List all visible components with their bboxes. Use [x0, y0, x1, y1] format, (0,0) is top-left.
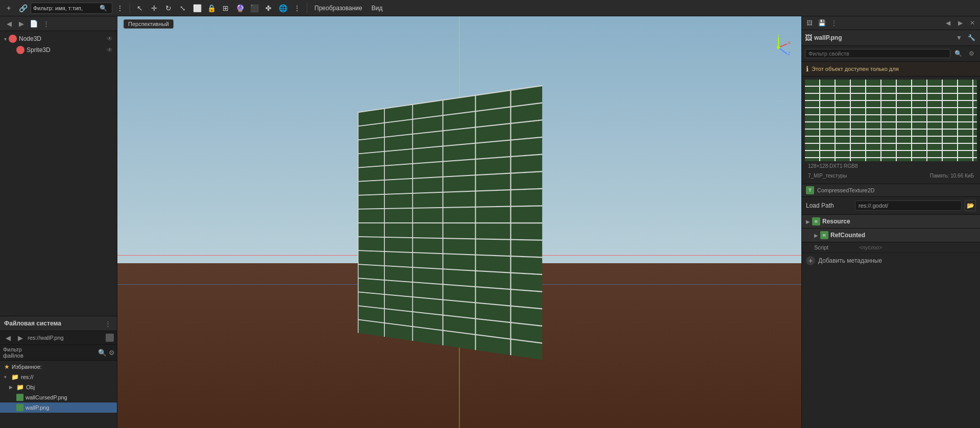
scale-tool-button[interactable]: ⤡ — [176, 2, 189, 15]
refcounted-title: RefCounted — [830, 232, 865, 239]
file-filter-options-button[interactable]: ⚙ — [109, 347, 115, 358]
scene-new-button[interactable]: 📄 — [29, 18, 39, 29]
menu-dots-button[interactable]: ⋮ — [113, 2, 127, 15]
brick-wall — [358, 85, 542, 359]
sprite3d-label: Sprite3D — [27, 46, 105, 54]
transform-menu-button[interactable]: Преобразование — [310, 2, 366, 15]
add-button[interactable]: ＋ — [2, 2, 15, 15]
file-system-panel: Файловая система ⋮ ◀ ▶ res://wallP.png Ф… — [0, 316, 117, 428]
toolbar-separator-1 — [130, 3, 130, 13]
file-item-obj[interactable]: ▶ 📁 Obj — [0, 382, 117, 392]
move-tool-button[interactable]: ✛ — [148, 2, 161, 15]
scene-next-button[interactable]: ▶ — [16, 18, 27, 29]
file-filter-input[interactable] — [26, 349, 96, 356]
brick-pattern — [358, 85, 542, 359]
node3d-visibility-button[interactable]: 👁 — [107, 35, 113, 42]
texture-info: 128×128·DXT1·RGB8 — [805, 161, 977, 171]
view-menu-button[interactable]: Вид — [368, 2, 387, 15]
texture-mip-label: 7_MIP_текстуры — [808, 173, 847, 179]
load-path-input[interactable] — [855, 200, 962, 211]
inspector-content: ℹ Этот объект доступен только для 128×12… — [802, 62, 980, 428]
more-button[interactable]: ⋮ — [290, 2, 304, 15]
res-arrow: ▾ — [4, 374, 9, 380]
left-panel: ◀ ▶ 📄 ⋮ ▾ Node3D 👁 Sprite3D 👁 — [0, 16, 117, 428]
compressed-icon: T — [806, 186, 814, 194]
res-folder-icon: 📁 — [11, 373, 19, 381]
resource-section-icon: R — [812, 217, 820, 225]
res-label: res:// — [21, 374, 33, 380]
viewport-perspective-btn[interactable]: Перспективный — [124, 19, 174, 29]
section-refcounted-header[interactable]: ▶ R RefCounted — [802, 229, 980, 242]
file-item-wallcursed[interactable]: wallCursedP.png — [0, 392, 117, 402]
inspector-action-button[interactable]: 🔧 — [966, 32, 977, 43]
notice-icon: ℹ — [806, 65, 808, 73]
select-tool-button[interactable]: ↖ — [133, 2, 146, 15]
section-resource-header[interactable]: ▶ R Resource — [802, 215, 980, 229]
file-filter-search-button[interactable]: 🔍 — [98, 347, 107, 358]
inspector-filename: wallP.png — [814, 34, 951, 41]
inspector-header-buttons: ▼ 🔧 — [953, 32, 977, 43]
inspector-expand-button[interactable]: ▼ — [953, 32, 965, 43]
file-favorites-header: ★ Избранное: — [0, 362, 117, 372]
inspector-next-button[interactable]: ▶ — [954, 17, 966, 29]
file-filter-label: Фильтр файлов — [3, 346, 23, 359]
scene-menu-button[interactable]: ⋮ — [41, 18, 51, 29]
texture-preview-inner — [805, 80, 977, 161]
texture-mip-info: 7_MIP_текстуры Память: 10.66 КиБ — [805, 171, 977, 181]
refcounted-arrow: ▶ — [814, 233, 818, 238]
refcounted-icon: R — [820, 231, 828, 239]
main-area: ◀ ▶ 📄 ⋮ ▾ Node3D 👁 Sprite3D 👁 — [0, 16, 980, 428]
grid-button[interactable]: ⊞ — [219, 2, 232, 15]
wallp-label: wallP.png — [26, 405, 49, 411]
script-prop-label: Script — [814, 244, 855, 250]
inspector-scene-icon[interactable]: 🖼 — [804, 17, 815, 29]
file-back-button[interactable]: ◀ — [3, 333, 13, 343]
add-metadata-row[interactable]: + Добавить метаданные — [802, 253, 980, 268]
sprite3d-visibility-button[interactable]: 👁 — [107, 46, 113, 54]
file-system-menu-button[interactable]: ⋮ — [103, 318, 113, 329]
favorites-label: Избранное: — [12, 364, 42, 370]
file-forward-button[interactable]: ▶ — [15, 333, 26, 343]
scene-tree: ▾ Node3D 👁 Sprite3D 👁 — [0, 31, 117, 316]
inspector-filter-search-button[interactable]: 🔍 — [952, 48, 964, 59]
file-current-path: res://wallP.png — [28, 335, 104, 341]
svg-line-4 — [778, 47, 787, 54]
obj-label: Obj — [26, 384, 35, 390]
rotate-tool-button[interactable]: ↻ — [162, 2, 175, 15]
toolbar-separator-2 — [307, 3, 307, 13]
load-path-row: Load Path 📂 — [802, 197, 980, 215]
inspector-save-button[interactable]: 💾 — [816, 17, 827, 29]
load-path-browse-button[interactable]: 📂 — [965, 200, 976, 211]
file-grid-icon — [106, 334, 114, 342]
svg-text:Y: Y — [777, 35, 780, 38]
texture-preview — [805, 80, 977, 161]
globe-button[interactable]: 🌐 — [276, 2, 289, 15]
viewport-3d[interactable]: Y X Z Перспективный — [117, 16, 801, 428]
scene-prev-button[interactable]: ◀ — [4, 18, 14, 29]
inspector-prev-button[interactable]: ◀ — [942, 17, 953, 29]
add-metadata-label: Добавить метаданные — [818, 257, 882, 264]
axis-button[interactable]: ✤ — [262, 2, 275, 15]
scene-item-node3d[interactable]: ▾ Node3D 👁 — [0, 33, 117, 44]
inspector-filter-input[interactable] — [805, 49, 950, 58]
node3d-arrow: ▾ — [4, 36, 7, 42]
file-item-res[interactable]: ▾ 📁 res:// — [0, 372, 117, 382]
scene-item-sprite3d[interactable]: Sprite3D 👁 — [0, 44, 117, 56]
snap-button[interactable]: 🔮 — [233, 2, 247, 15]
viewport-area: Y X Z Перспективный — [117, 16, 801, 428]
resource-section-title: Resource — [822, 218, 850, 225]
lock-button[interactable]: 🔒 — [205, 2, 218, 15]
compressed-label: CompressedTexture2D — [817, 187, 875, 193]
inspector-filter-options-button[interactable]: ⚙ — [966, 48, 977, 59]
inspector-more-button[interactable]: ⋮ — [828, 17, 840, 29]
frame-button[interactable]: ⬜ — [190, 2, 204, 15]
scene-filter-input[interactable] — [33, 5, 100, 11]
notice-text: Этот объект доступен только для — [812, 66, 899, 72]
inspector-filter: 🔍 ⚙ — [802, 46, 980, 62]
link-button[interactable]: 🔗 — [16, 2, 30, 15]
sprite-button[interactable]: ⬛ — [248, 2, 261, 15]
inspector-top-row: 🖼 💾 ⋮ ◀ ▶ ✕ — [802, 16, 980, 30]
inspector-close-button[interactable]: ✕ — [967, 17, 978, 29]
viewport-perspective-label[interactable]: Перспективный — [124, 19, 174, 29]
file-item-wallp[interactable]: wallP.png — [0, 402, 117, 413]
